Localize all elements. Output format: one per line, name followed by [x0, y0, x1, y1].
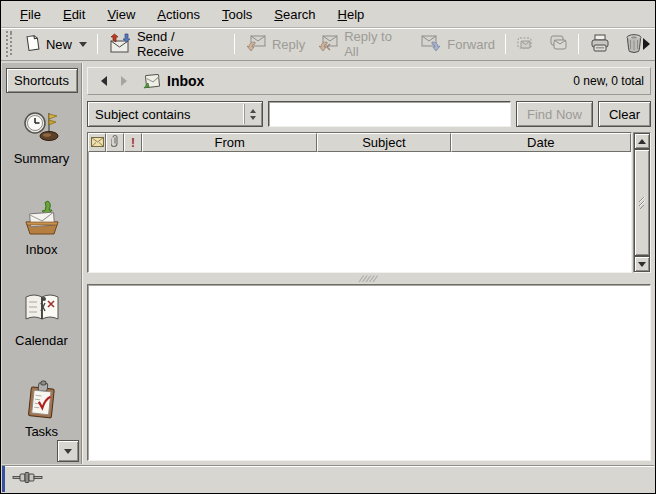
forward-icon [420, 33, 442, 56]
message-list-frame: ! From Subject Date [87, 132, 632, 273]
sidebar-item-summary[interactable]: Summary [2, 93, 81, 184]
folder-header: Inbox 0 new, 0 total [87, 67, 651, 95]
column-priority[interactable]: ! [124, 133, 142, 152]
print-button[interactable] [583, 30, 617, 59]
find-now-button[interactable]: Find Now [516, 101, 593, 127]
trash-icon [623, 33, 645, 56]
main-panel: Inbox 0 new, 0 total Subject contains Fi… [82, 63, 654, 464]
copy-to-folder-button[interactable] [542, 31, 574, 58]
menubar: File Edit View Actions Tools Search Help [1, 1, 655, 28]
search-criteria-dropdown[interactable]: Subject contains [87, 101, 263, 127]
arrow-down-icon [638, 262, 646, 267]
search-query-input[interactable] [268, 101, 511, 127]
sidebar-item-calendar[interactable]: Calendar [2, 275, 81, 366]
message-preview-pane[interactable] [87, 284, 651, 461]
toolbar-overflow-arrow[interactable] [643, 38, 650, 50]
reply-icon [245, 33, 267, 56]
inbox-tray-icon [21, 198, 63, 240]
body: Shortcuts Summary [2, 63, 654, 464]
priority-icon: ! [131, 136, 135, 150]
message-list-scrollbar[interactable] [633, 132, 651, 273]
column-message-status[interactable] [88, 133, 106, 152]
scroll-up-button[interactable] [634, 133, 650, 149]
column-date[interactable]: Date [451, 133, 632, 152]
toolbar-separator [505, 34, 506, 54]
tasks-clipboard-icon [21, 380, 63, 422]
move-to-folder-button[interactable] [510, 31, 542, 58]
toolbar-separator [97, 34, 98, 54]
shortcut-bar: Shortcuts Summary [2, 63, 82, 464]
thumb-grip-icon [637, 197, 647, 209]
toolbar: New Send / Receive Reply Reply to All [1, 28, 655, 61]
scroll-down-button[interactable] [634, 256, 650, 272]
message-list: ! From Subject Date [87, 132, 651, 273]
print-icon [589, 33, 611, 56]
search-bar: Subject contains Find Now Clear [87, 101, 651, 127]
back-arrow-icon [101, 76, 107, 86]
evolution-window: File Edit View Actions Tools Search Help… [0, 0, 656, 494]
scrollbar-thumb[interactable] [634, 149, 650, 256]
status-progress-edge [2, 466, 5, 492]
online-status-icon[interactable] [12, 470, 46, 488]
shortcuts-group-button[interactable]: Shortcuts [6, 68, 78, 93]
new-item-icon [23, 34, 41, 55]
calendar-book-icon [21, 289, 63, 331]
arrow-up-icon [638, 139, 646, 144]
reply-all-button[interactable]: Reply to All [311, 26, 414, 62]
column-attachment[interactable] [106, 133, 124, 152]
toolbar-separator [234, 34, 235, 54]
clear-button[interactable]: Clear [598, 101, 651, 127]
dropdown-spin-icon [244, 104, 260, 124]
paperclip-icon [111, 134, 119, 151]
menu-actions[interactable]: Actions [146, 3, 211, 26]
menu-tools[interactable]: Tools [211, 3, 263, 26]
sidebar-item-label: Summary [14, 151, 70, 166]
back-button[interactable] [94, 71, 114, 91]
menu-search[interactable]: Search [263, 3, 326, 26]
forward-button[interactable]: Forward [414, 30, 501, 59]
toolbar-drag-handle[interactable] [6, 31, 13, 57]
folder-icon [142, 73, 161, 90]
menu-edit[interactable]: Edit [52, 3, 96, 26]
menu-file[interactable]: File [9, 3, 52, 26]
menu-view[interactable]: View [96, 3, 146, 26]
message-list-header: ! From Subject Date [88, 133, 631, 152]
splitter-grip-icon: ///// [359, 274, 379, 284]
search-criteria-value: Subject contains [95, 107, 190, 122]
copy-to-folder-icon [548, 34, 568, 55]
send-receive-icon [108, 33, 132, 56]
column-subject[interactable]: Subject [317, 133, 450, 152]
reply-all-icon [317, 33, 339, 56]
send-receive-button[interactable]: Send / Receive [102, 26, 230, 62]
sidebar-item-label: Tasks [25, 424, 58, 439]
folder-message-counts: 0 new, 0 total [573, 74, 644, 88]
chevron-down-icon [79, 42, 87, 47]
new-button[interactable]: New [17, 31, 93, 58]
sidebar-scroll-down-button[interactable] [57, 440, 79, 462]
folder-title: Inbox [167, 73, 204, 89]
move-to-folder-icon [516, 34, 536, 55]
sidebar-item-label: Calendar [15, 333, 68, 348]
menu-help[interactable]: Help [327, 3, 376, 26]
status-bar [2, 465, 654, 492]
sidebar-item-inbox[interactable]: Inbox [2, 184, 81, 275]
sidebar-item-label: Inbox [26, 242, 58, 257]
toolbar-separator [578, 34, 579, 54]
forward-nav-button[interactable] [114, 71, 134, 91]
envelope-icon [91, 135, 104, 150]
chevron-down-icon [64, 449, 72, 454]
column-from[interactable]: From [142, 133, 317, 152]
message-list-body[interactable] [88, 152, 631, 272]
summary-clock-icon [22, 107, 62, 149]
reply-button[interactable]: Reply [239, 30, 311, 59]
pane-splitter[interactable]: ///// [87, 273, 651, 284]
forward-arrow-icon [121, 76, 127, 86]
